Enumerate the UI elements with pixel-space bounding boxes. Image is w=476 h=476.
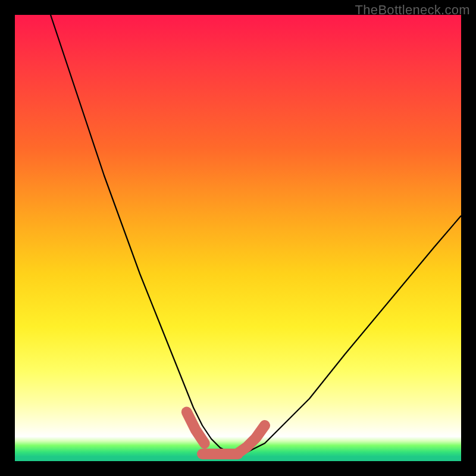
outer-frame: TheBottleneck.com bbox=[0, 0, 476, 476]
plot-area bbox=[15, 15, 461, 461]
chart-svg bbox=[15, 15, 461, 461]
series-pink-marker-left bbox=[187, 412, 205, 444]
series-pink-marker-right bbox=[238, 425, 265, 453]
series-group bbox=[51, 15, 461, 454]
series-black-curve bbox=[51, 15, 461, 452]
